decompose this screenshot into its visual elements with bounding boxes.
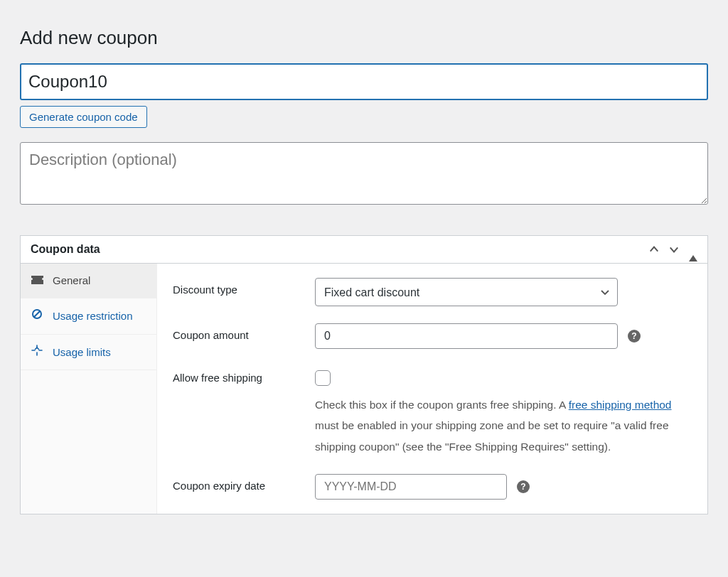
general-panel: Discount type Fixed cart discount [157,264,707,514]
generate-coupon-code-button[interactable]: Generate coupon code [20,106,147,128]
coupon-amount-input[interactable] [315,323,618,349]
coupon-description-input[interactable] [20,142,708,205]
move-up-icon[interactable] [649,244,659,254]
coupon-amount-label: Coupon amount [173,323,315,341]
desc-text-part: Check this box if the coupon grants free… [315,399,569,411]
coupon-expiry-label: Coupon expiry date [173,474,315,492]
coupon-code-input[interactable] [20,63,708,100]
free-shipping-method-link[interactable]: free shipping method [569,399,672,411]
page-title: Add new coupon [20,27,708,49]
coupon-data-tabs: General Usage restriction Usage limits [21,264,157,514]
help-icon[interactable]: ? [517,480,530,493]
shrink-icon [31,345,43,356]
svg-line-1 [34,311,40,317]
tab-label: General [53,274,146,288]
coupon-data-metabox: Coupon data General Usage restriction [20,235,708,514]
help-icon[interactable]: ? [628,330,641,343]
tab-usage-restriction[interactable]: Usage restriction [21,298,156,334]
desc-text-part: must be enabled in your shipping zone an… [315,419,669,452]
free-shipping-label: Allow free shipping [173,366,315,384]
tab-label: Usage limits [53,345,146,360]
free-shipping-description: Check this box if the coupon grants free… [315,394,692,457]
discount-type-select[interactable]: Fixed cart discount [315,278,618,306]
metabox-title: Coupon data [31,243,100,256]
tab-general[interactable]: General [21,264,156,298]
ticket-icon [31,276,43,284]
metabox-header: Coupon data [21,236,707,264]
discount-type-label: Discount type [173,278,315,296]
coupon-expiry-input[interactable] [315,474,507,500]
ban-icon [31,308,43,320]
free-shipping-checkbox[interactable] [315,370,331,386]
tab-label: Usage restriction [53,309,146,323]
tab-usage-limits[interactable]: Usage limits [21,335,156,370]
svg-line-7 [37,347,39,350]
toggle-panel-icon[interactable] [689,244,697,255]
move-down-icon[interactable] [669,244,679,254]
